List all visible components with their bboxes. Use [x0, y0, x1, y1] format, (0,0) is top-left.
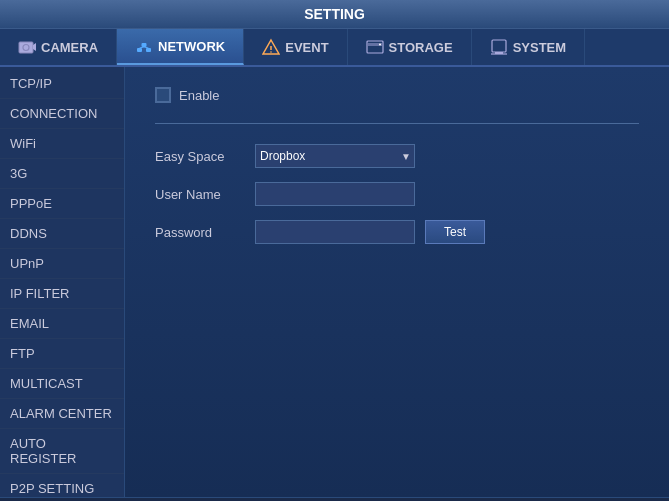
tab-event-label: EVENT — [285, 40, 328, 55]
tab-system[interactable]: SYSTEM — [472, 29, 585, 65]
tab-camera[interactable]: CAMERA — [0, 29, 117, 65]
tab-bar: CAMERA NETWORK EVENT STORAGE — [0, 29, 669, 67]
enable-label: Enable — [179, 88, 219, 103]
divider — [155, 123, 639, 124]
storage-icon — [366, 38, 384, 56]
sidebar-item-auto-register[interactable]: AUTO REGISTER — [0, 429, 124, 474]
main-layout: TCP/IP CONNECTION WiFi 3G PPPoE DDNS UPn… — [0, 67, 669, 497]
username-label: User Name — [155, 187, 245, 202]
svg-point-13 — [379, 44, 381, 46]
sidebar-item-alarm-center[interactable]: ALARM CENTER — [0, 399, 124, 429]
password-input[interactable] — [255, 220, 415, 244]
tab-storage-label: STORAGE — [389, 40, 453, 55]
sidebar-item-ddns[interactable]: DDNS — [0, 219, 124, 249]
sidebar-item-multicast[interactable]: MULTICAST — [0, 369, 124, 399]
enable-row: Enable — [155, 87, 639, 103]
event-icon — [262, 38, 280, 56]
tab-system-label: SYSTEM — [513, 40, 566, 55]
password-row: Password Test — [155, 220, 639, 244]
svg-rect-14 — [492, 40, 506, 52]
easy-space-select-wrapper: Dropbox OneDrive Google Drive ▼ — [255, 144, 415, 168]
svg-line-7 — [144, 47, 149, 48]
enable-checkbox[interactable] — [155, 87, 171, 103]
sidebar-item-3g[interactable]: 3G — [0, 159, 124, 189]
camera-icon — [18, 38, 36, 56]
password-label: Password — [155, 225, 245, 240]
svg-rect-3 — [137, 48, 142, 52]
sidebar-item-ip-filter[interactable]: IP FILTER — [0, 279, 124, 309]
svg-line-6 — [140, 47, 145, 48]
sidebar-item-upnp[interactable]: UPnP — [0, 249, 124, 279]
sidebar-item-tcp-ip[interactable]: TCP/IP — [0, 69, 124, 99]
svg-point-10 — [270, 51, 272, 53]
svg-rect-11 — [367, 41, 383, 53]
network-icon — [135, 37, 153, 55]
tab-network-label: NETWORK — [158, 39, 225, 54]
tab-event[interactable]: EVENT — [244, 29, 347, 65]
sidebar-item-connection[interactable]: CONNECTION — [0, 99, 124, 129]
sidebar-item-email[interactable]: EMAIL — [0, 309, 124, 339]
content-area: Enable Easy Space Dropbox OneDrive Googl… — [125, 67, 669, 497]
easy-space-row: Easy Space Dropbox OneDrive Google Drive… — [155, 144, 639, 168]
username-row: User Name — [155, 182, 639, 206]
easy-space-select[interactable]: Dropbox OneDrive Google Drive — [255, 144, 415, 168]
svg-rect-0 — [19, 42, 33, 53]
tab-camera-label: CAMERA — [41, 40, 98, 55]
sidebar-item-wifi[interactable]: WiFi — [0, 129, 124, 159]
sidebar: TCP/IP CONNECTION WiFi 3G PPPoE DDNS UPn… — [0, 67, 125, 497]
title-bar: SETTING — [0, 0, 669, 29]
tab-storage[interactable]: STORAGE — [348, 29, 472, 65]
title-text: SETTING — [304, 6, 365, 22]
username-input[interactable] — [255, 182, 415, 206]
tab-network[interactable]: NETWORK — [117, 29, 244, 65]
svg-rect-5 — [146, 48, 151, 52]
sidebar-item-ftp[interactable]: FTP — [0, 339, 124, 369]
easy-space-label: Easy Space — [155, 149, 245, 164]
sidebar-item-p2p-setting[interactable]: P2P SETTING — [0, 474, 124, 501]
system-icon — [490, 38, 508, 56]
svg-rect-4 — [142, 43, 147, 47]
sidebar-item-pppoe[interactable]: PPPoE — [0, 189, 124, 219]
test-button[interactable]: Test — [425, 220, 485, 244]
